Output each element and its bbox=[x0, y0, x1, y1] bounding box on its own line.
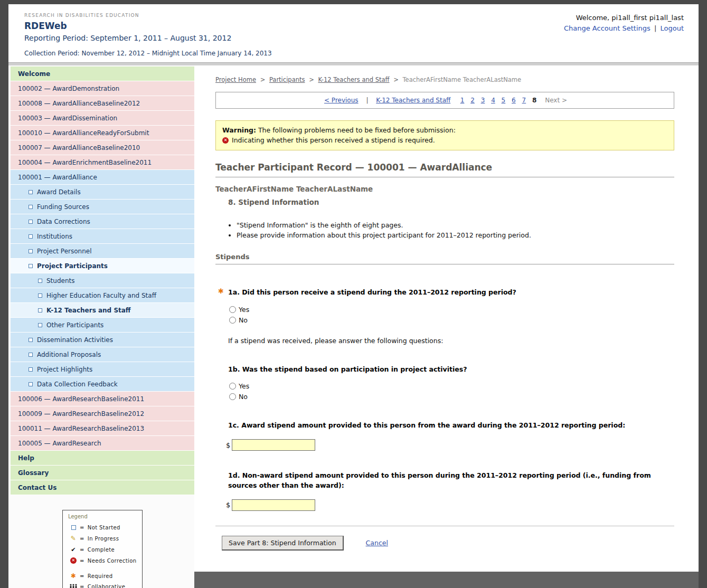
sidebar-item-welcome[interactable]: Welcome bbox=[11, 67, 194, 81]
sidebar-item-label: Project Personnel bbox=[37, 248, 92, 255]
equals-sign: = bbox=[80, 536, 84, 542]
sidebar-item-additional-proposals[interactable]: Additional Proposals bbox=[11, 347, 194, 362]
q1c-amount-input[interactable] bbox=[232, 439, 315, 451]
breadcrumb-separator: > bbox=[260, 76, 266, 83]
sidebar-item-label: Additional Proposals bbox=[37, 351, 101, 358]
change-account-settings-link[interactable]: Change Account Settings bbox=[564, 24, 651, 32]
legend-item-in-progress: ✎ = In Progress bbox=[68, 535, 139, 542]
sidebar-item-100001[interactable]: 100001 — AwardAlliance bbox=[11, 170, 194, 185]
sidebar-item-project-participants[interactable]: Project Participants bbox=[11, 259, 194, 273]
page-link-7[interactable]: 7 bbox=[522, 97, 526, 104]
sidebar-item-100006[interactable]: 100006 — AwardResearchBaseline2011 bbox=[11, 392, 194, 406]
save-button[interactable]: Save Part 8: Stipend Information bbox=[222, 536, 344, 551]
q1b-no-radio[interactable] bbox=[229, 393, 236, 400]
sidebar-item-contact-us[interactable]: Contact Us bbox=[11, 480, 194, 495]
header-left: RESEARCH IN DISABILITIES EDUCATION RDEWe… bbox=[24, 13, 272, 57]
collection-period: Collection Period: November 12, 2012 – M… bbox=[24, 50, 272, 57]
sidebar-item-100010[interactable]: 100010 — AwardAllianceReadyForSubmit bbox=[11, 126, 194, 140]
header: RESEARCH IN DISABILITIES EDUCATION RDEWe… bbox=[8, 4, 699, 62]
warning-item-row: ✕ Indicating whether this person receive… bbox=[222, 135, 667, 145]
not-started-icon bbox=[29, 264, 33, 268]
reporting-period: Reporting Period: September 1, 2011 – Au… bbox=[24, 34, 272, 42]
breadcrumb-participants-link[interactable]: Participants bbox=[269, 76, 305, 83]
q1a-option-no[interactable]: No bbox=[229, 316, 674, 324]
page-link-4[interactable]: 4 bbox=[491, 97, 495, 104]
page-link-3[interactable]: 3 bbox=[481, 97, 485, 104]
q1a-no-radio[interactable] bbox=[229, 317, 236, 324]
q1b-yes-radio[interactable] bbox=[229, 383, 236, 390]
sidebar-item-data-collection-feedback[interactable]: Data Collection Feedback bbox=[11, 377, 194, 392]
previous-page-link[interactable]: < Previous bbox=[324, 97, 359, 104]
sidebar-item-glossary[interactable]: Glossary bbox=[11, 466, 194, 480]
page-link-6[interactable]: 6 bbox=[512, 97, 516, 104]
sidebar-item-funding-sources[interactable]: Funding Sources bbox=[11, 200, 194, 214]
sidebar-item-data-corrections[interactable]: Data Corrections bbox=[11, 214, 194, 229]
not-started-icon bbox=[38, 323, 42, 327]
q1b-yes-label[interactable]: Yes bbox=[239, 382, 249, 390]
pagination-bar: < Previous | K-12 Teachers and Staff 1 2… bbox=[215, 92, 674, 109]
sidebar-item-students[interactable]: Students bbox=[11, 273, 194, 288]
page-link-1[interactable]: 1 bbox=[460, 97, 465, 104]
sidebar-item-100004[interactable]: 100004 — AwardEnrichmentBaseline2011 bbox=[11, 155, 194, 170]
equals-sign: = bbox=[80, 558, 84, 564]
page-link-2[interactable]: 2 bbox=[470, 97, 475, 104]
sidebar-nav: Welcome 100002 — AwardDemonstration 1000… bbox=[11, 67, 194, 495]
sidebar-item-100011[interactable]: 100011 — AwardResearchBaseline2013 bbox=[11, 421, 194, 436]
sidebar-item-label: K-12 Teachers and Staff bbox=[46, 307, 131, 314]
in-progress-icon: ✎ bbox=[71, 535, 76, 542]
legend-item-label: Not Started bbox=[88, 525, 120, 530]
sidebar-item-100008[interactable]: 100008 — AwardAllianceBaseline2012 bbox=[11, 96, 194, 111]
sidebar-item-100003[interactable]: 100003 — AwardDissemination bbox=[11, 111, 194, 126]
q1a-yes-radio[interactable] bbox=[229, 306, 236, 313]
app-title: RDEWeb bbox=[24, 21, 272, 31]
content: Project Home > Participants > K-12 Teach… bbox=[194, 65, 699, 572]
not-started-icon bbox=[29, 234, 33, 239]
legend-title: Legend bbox=[68, 514, 139, 519]
logout-link[interactable]: Logout bbox=[660, 24, 684, 32]
breadcrumb-separator: > bbox=[309, 76, 314, 83]
sidebar-item-award-details[interactable]: Award Details bbox=[11, 185, 194, 200]
q1b-no-label[interactable]: No bbox=[239, 393, 248, 401]
welcome-text: Welcome, pi1all_first pi1all_last bbox=[564, 14, 684, 22]
needs-correction-icon: ✕ bbox=[70, 557, 77, 564]
breadcrumb-project-home-link[interactable]: Project Home bbox=[215, 76, 256, 83]
header-right: Welcome, pi1all_first pi1all_last Change… bbox=[564, 13, 684, 57]
sidebar-item-label: 100007 — AwardAllianceBaseline2010 bbox=[18, 144, 140, 151]
warning-label: Warning: bbox=[222, 126, 256, 134]
q1a-no-label[interactable]: No bbox=[239, 316, 248, 324]
not-started-icon bbox=[71, 525, 76, 530]
page-link-5[interactable]: 5 bbox=[502, 97, 506, 104]
pagination-section-link[interactable]: K-12 Teachers and Staff bbox=[376, 97, 450, 104]
sidebar-item-100002[interactable]: 100002 — AwardDemonstration bbox=[11, 81, 194, 96]
collaborative-icon bbox=[69, 584, 78, 588]
actions-rule bbox=[215, 526, 674, 526]
sidebar-item-100005[interactable]: 100005 — AwardResearch bbox=[11, 436, 194, 451]
next-page-link-disabled: Next > bbox=[545, 97, 567, 104]
cancel-link[interactable]: Cancel bbox=[366, 539, 388, 547]
breadcrumb-k12-teachers-link[interactable]: K-12 Teachers and Staff bbox=[318, 76, 389, 83]
sidebar-item-project-personnel[interactable]: Project Personnel bbox=[11, 244, 194, 259]
sidebar-item-label: Other Participants bbox=[46, 321, 103, 329]
sidebar-item-dissemination-activities[interactable]: Dissemination Activities bbox=[11, 333, 194, 347]
sidebar-item-k12-teachers-and-staff[interactable]: K-12 Teachers and Staff bbox=[11, 303, 194, 318]
q1a-yes-label[interactable]: Yes bbox=[239, 306, 249, 314]
sidebar-item-label: Data Collection Feedback bbox=[37, 381, 118, 388]
question-1c: 1c. Award stipend amount provided to thi… bbox=[228, 421, 674, 431]
q1d-amount-input[interactable] bbox=[232, 499, 315, 511]
sidebar-item-project-highlights[interactable]: Project Highlights bbox=[11, 362, 194, 377]
complete-icon: ✔ bbox=[71, 546, 76, 553]
sidebar-item-help[interactable]: Help bbox=[11, 451, 194, 466]
legend-item-not-started: = Not Started bbox=[68, 525, 139, 530]
q1b-option-no[interactable]: No bbox=[229, 393, 674, 401]
required-icon: ✱ bbox=[218, 287, 224, 295]
not-started-icon bbox=[29, 220, 33, 224]
sidebar-item-other-participants[interactable]: Other Participants bbox=[11, 318, 194, 333]
sidebar-item-100009[interactable]: 100009 — AwardResearchBaseline2012 bbox=[11, 406, 194, 421]
sidebar-item-100007[interactable]: 100007 — AwardAllianceBaseline2010 bbox=[11, 140, 194, 155]
sidebar-item-higher-education-faculty-and-staff[interactable]: Higher Education Faculty and Staff bbox=[11, 288, 194, 303]
q1a-option-yes[interactable]: Yes bbox=[229, 306, 674, 314]
q1b-option-yes[interactable]: Yes bbox=[229, 382, 674, 390]
sidebar-item-institutions[interactable]: Institutions bbox=[11, 229, 194, 244]
question-1a-options: Yes No bbox=[229, 306, 674, 324]
sidebar-item-label: 100011 — AwardResearchBaseline2013 bbox=[18, 425, 144, 432]
